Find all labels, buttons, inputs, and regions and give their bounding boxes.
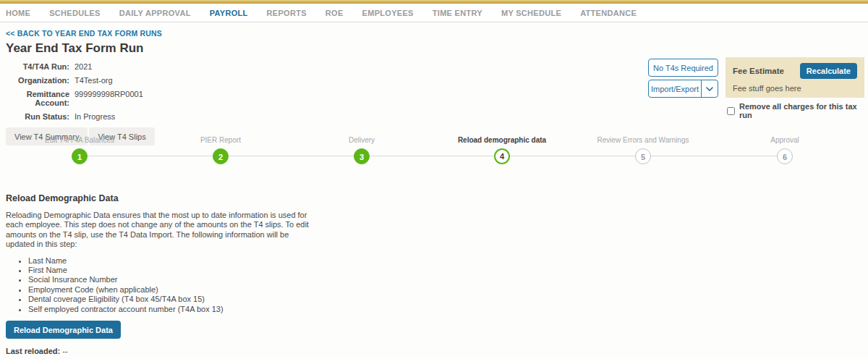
reload-demographic-data-button[interactable]: Reload Demographic Data: [6, 321, 121, 339]
info-value: T4Test-org: [75, 76, 113, 85]
fee-estimate-text: Fee stuff goes here: [733, 84, 857, 93]
no-t4s-required-button[interactable]: No T4s Required: [648, 59, 718, 77]
list-item: Last Name: [28, 256, 862, 266]
info-label: Organization:: [6, 76, 69, 85]
info-label: Run Status:: [6, 112, 69, 121]
step-circle-6[interactable]: 6: [777, 148, 793, 164]
last-reloaded-label: Last reloaded:: [6, 347, 60, 355]
import-export-label[interactable]: Import/Export: [649, 80, 701, 97]
updated-fields-list: Last Name First Name Social Insurance Nu…: [6, 256, 862, 314]
section-heading: Reload Demographic Data: [6, 193, 862, 203]
step-reload-demographic-data: Reload demographic data 4: [437, 136, 567, 164]
section-description: Reloading Demographic Data ensures that …: [6, 211, 310, 250]
list-item: Dental coverage Eligibility (T4 box 45/T…: [28, 295, 862, 304]
back-to-runs-link[interactable]: << BACK TO YEAR END TAX FORM RUNS: [6, 29, 162, 38]
step-delivery: Delivery 3: [297, 136, 427, 164]
step-circle-4[interactable]: 4: [494, 148, 510, 164]
step-circle-3[interactable]: 3: [354, 148, 370, 164]
remove-charges-row: Remove all charges for this tax run: [727, 102, 868, 119]
list-item: Employment Code (when applicable): [28, 285, 862, 295]
chevron-down-icon[interactable]: [701, 80, 718, 97]
step-review-errors: Review Errors and Warnings 5: [578, 136, 708, 164]
remove-charges-checkbox[interactable]: [727, 107, 735, 115]
list-item: First Name: [28, 266, 862, 275]
last-reloaded-value: --: [62, 347, 67, 355]
recalculate-button[interactable]: Recalculate: [800, 63, 857, 79]
info-value: 999999998RP0001: [75, 90, 143, 107]
step-label: Reload demographic data: [437, 136, 567, 145]
nav-item-employees[interactable]: EMPLOYEES: [362, 9, 414, 17]
step-label: Delivery: [297, 136, 427, 145]
step-circle-1[interactable]: 1: [72, 148, 88, 164]
nav-item-reports[interactable]: REPORTS: [267, 9, 307, 17]
step-label: Review Errors and Warnings: [578, 136, 708, 145]
info-label: Remittance Account:: [6, 90, 69, 107]
step-pier-report: PIER Report 2: [156, 136, 286, 164]
step-edit-balances: Edit T4/T4A Balances 1: [14, 136, 145, 164]
step-label: Approval: [720, 136, 850, 145]
step-approval: Approval 6: [720, 136, 850, 164]
last-reloaded: Last reloaded: --: [6, 347, 862, 355]
import-export-dropdown[interactable]: Import/Export: [648, 80, 718, 98]
list-item: Social Insurance Number: [28, 275, 862, 284]
step-circle-5[interactable]: 5: [635, 148, 651, 164]
nav-item-roe[interactable]: ROE: [326, 9, 344, 17]
nav-item-attendance[interactable]: ATTENDANCE: [580, 9, 637, 17]
list-item: Self employed contractor account number …: [28, 305, 862, 314]
remove-charges-label[interactable]: Remove all charges for this tax run: [739, 102, 868, 119]
step-label: Edit T4/T4A Balances: [14, 136, 145, 145]
workflow-stepper: Edit T4/T4A Balances 1 PIER Report 2 Del…: [0, 136, 868, 168]
step-circle-2[interactable]: 2: [213, 148, 229, 164]
reload-demographic-section: Reload Demographic Data Reloading Demogr…: [0, 193, 868, 359]
nav-item-my-schedule[interactable]: MY SCHEDULE: [501, 9, 561, 17]
run-status-value: In Progress: [75, 112, 115, 121]
info-value: 2021: [75, 62, 92, 71]
nav-item-schedules[interactable]: SCHEDULES: [49, 9, 101, 17]
fee-estimate-panel: Fee Estimate Recalculate Fee stuff goes …: [726, 57, 864, 98]
nav-item-time-entry[interactable]: TIME ENTRY: [433, 9, 482, 17]
main-nav: HOME SCHEDULES DAILY APPROVAL PAYROLL RE…: [0, 4, 868, 22]
step-label: PIER Report: [156, 136, 286, 145]
nav-item-home[interactable]: HOME: [6, 9, 30, 17]
nav-item-daily-approval[interactable]: DAILY APPROVAL: [119, 9, 191, 17]
info-label: T4/T4A Run:: [6, 62, 69, 71]
page-title: Year End Tax Form Run: [6, 41, 862, 56]
nav-item-payroll[interactable]: PAYROLL: [210, 9, 248, 17]
fee-estimate-title: Fee Estimate: [733, 67, 784, 75]
